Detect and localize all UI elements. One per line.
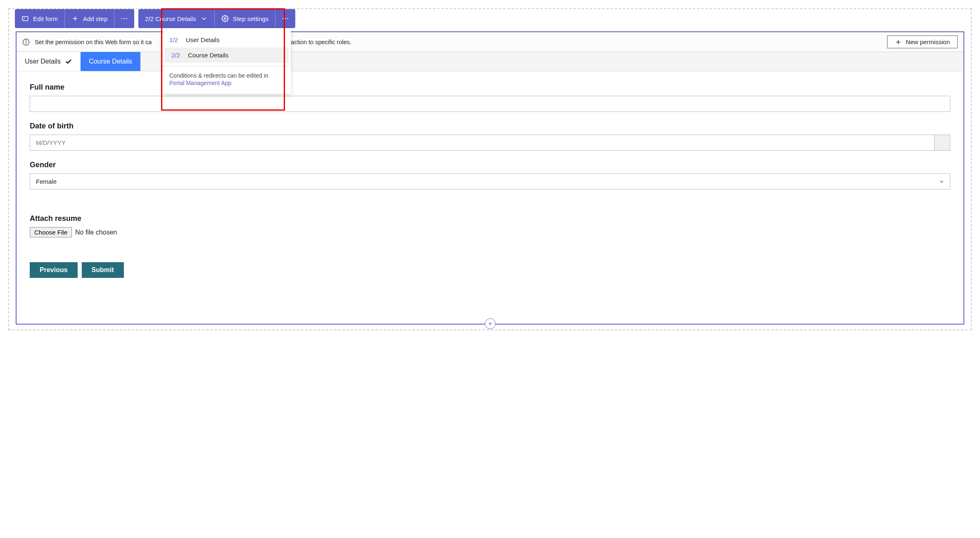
full-name-input[interactable] — [30, 96, 950, 112]
svg-point-11 — [287, 18, 289, 19]
no-file-text: No file chosen — [75, 229, 117, 236]
step-dropdown-panel: 1/2 User Details 2/2 Course Details Cond… — [163, 28, 291, 94]
svg-point-7 — [126, 18, 128, 19]
step-number: 2/2 — [171, 52, 188, 59]
submit-button[interactable]: Submit — [82, 262, 124, 278]
tab-course-details[interactable]: Course Details — [81, 52, 140, 71]
step-selector-button[interactable]: 2/2 Course Details — [138, 9, 214, 28]
editor-canvas: Edit form Add step 2/2 Course Details St… — [8, 8, 972, 330]
tab-label: User Details — [25, 58, 61, 65]
choose-file-button[interactable]: Choose File — [30, 227, 72, 237]
edit-form-label: Edit form — [33, 15, 58, 22]
toolbar-primary: Edit form Add step — [15, 9, 134, 28]
dropdown-footer-text: Conditions & redirects can be edited in — [169, 72, 268, 79]
gender-label: Gender — [30, 161, 950, 169]
field-gender: Gender Female — [30, 161, 950, 190]
info-text-left: Set the permission on this Web form so i… — [35, 39, 152, 45]
toolbar1-more-button[interactable] — [114, 9, 134, 28]
previous-button[interactable]: Previous — [30, 262, 78, 278]
add-below-handle[interactable] — [485, 318, 496, 329]
check-icon — [65, 58, 72, 65]
gear-icon — [221, 15, 229, 22]
dob-spinner[interactable] — [935, 135, 950, 151]
svg-point-10 — [285, 18, 286, 19]
new-permission-label: New permission — [906, 38, 950, 45]
svg-point-8 — [224, 18, 226, 20]
tab-label: Course Details — [89, 58, 132, 65]
dropdown-footer: Conditions & redirects can be edited in … — [163, 66, 291, 90]
dob-input[interactable] — [30, 135, 935, 151]
step-settings-button[interactable]: Step settings — [215, 9, 276, 28]
add-step-label: Add step — [83, 15, 107, 22]
new-permission-button[interactable]: New permission — [887, 36, 958, 48]
step-number: 1/2 — [169, 36, 186, 43]
dropdown-step-2[interactable]: 2/2 Course Details — [165, 47, 289, 63]
svg-rect-0 — [22, 17, 28, 21]
permission-info-bar: Set the permission on this Web form so i… — [17, 32, 963, 52]
svg-point-5 — [121, 18, 123, 19]
step-name: User Details — [186, 36, 220, 43]
dropdown-step-1[interactable]: 1/2 User Details — [163, 32, 291, 47]
edit-form-button[interactable]: Edit form — [15, 9, 65, 28]
dob-label: Date of birth — [30, 122, 950, 130]
form-tabs: User Details Course Details — [17, 52, 963, 71]
add-step-button[interactable]: Add step — [65, 9, 114, 28]
plus-icon — [487, 321, 493, 327]
more-icon — [120, 14, 128, 23]
tab-user-details[interactable]: User Details — [17, 52, 81, 71]
step-selector-label: 2/2 Course Details — [145, 15, 196, 22]
toolbar-row: Edit form Add step 2/2 Course Details St… — [15, 9, 295, 28]
svg-point-9 — [282, 18, 284, 19]
form-action-buttons: Previous Submit — [30, 262, 950, 278]
toolbar2-more-button[interactable] — [275, 9, 295, 28]
svg-point-6 — [124, 18, 125, 19]
more-icon — [281, 14, 289, 23]
gender-select[interactable]: Female — [30, 173, 950, 190]
info-icon — [22, 38, 30, 46]
toolbar-step: 2/2 Course Details Step settings — [138, 9, 295, 28]
form-icon — [21, 15, 29, 22]
chevron-down-icon — [200, 15, 208, 22]
resume-label: Attach resume — [30, 214, 950, 223]
plus-icon — [71, 15, 79, 22]
step-name: Course Details — [188, 52, 228, 59]
form-body: Full name Date of birth Gender Female — [17, 71, 963, 289]
svg-point-14 — [26, 40, 26, 40]
field-attach-resume: Attach resume Choose File No file chosen — [30, 214, 950, 237]
field-date-of-birth: Date of birth — [30, 122, 950, 151]
plus-icon — [895, 39, 902, 45]
portal-management-link[interactable]: Portal Management App — [169, 80, 284, 86]
step-settings-label: Step settings — [233, 15, 269, 22]
form-editor-area: Set the permission on this Web form so i… — [16, 31, 964, 325]
